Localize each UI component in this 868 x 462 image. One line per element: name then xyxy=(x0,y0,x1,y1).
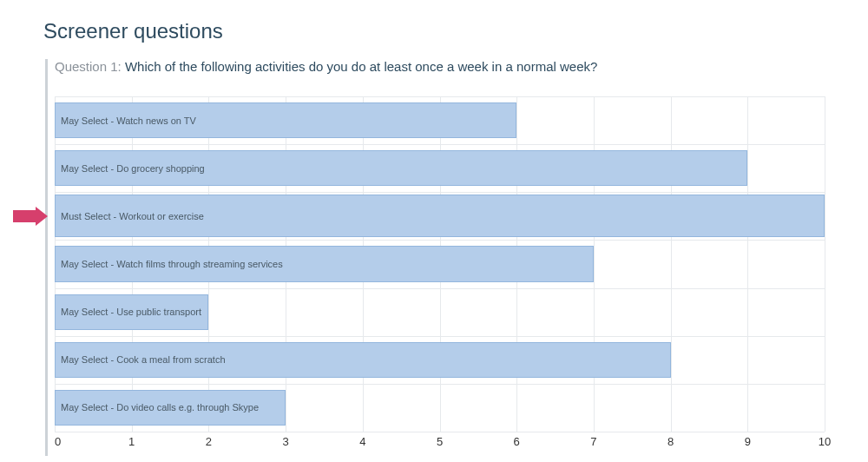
page-title: Screener questions xyxy=(43,19,825,43)
bar-row: May Select - Do video calls e.g. through… xyxy=(55,384,825,432)
x-tick: 5 xyxy=(437,435,443,448)
bar-label: May Select - Watch news on TV xyxy=(56,116,196,126)
x-tick: 3 xyxy=(282,435,288,448)
bar: Must Select - Workout or exercise xyxy=(55,195,825,237)
bar-row: Must Select - Workout or exercise xyxy=(55,192,825,240)
bar-row: May Select - Cook a meal from scratch xyxy=(55,336,825,384)
x-axis: 012345678910 xyxy=(55,432,825,456)
bar-row: May Select - Use public transport xyxy=(55,288,825,336)
bar-row: May Select - Watch news on TV xyxy=(55,96,825,144)
x-tick: 0 xyxy=(55,435,61,448)
bar-label: May Select - Watch films through streami… xyxy=(56,259,283,269)
x-tick: 7 xyxy=(590,435,596,448)
x-tick: 8 xyxy=(667,435,674,448)
question-block: Question 1: Which of the following activ… xyxy=(45,59,825,456)
question-line: Question 1: Which of the following activ… xyxy=(55,59,825,74)
x-tick: 2 xyxy=(206,435,212,448)
chart: May Select - Watch news on TVMay Select … xyxy=(55,96,825,456)
bar-row: May Select - Watch films through streami… xyxy=(55,240,825,287)
bar-label: May Select - Use public transport xyxy=(56,307,201,317)
bar: May Select - Cook a meal from scratch xyxy=(55,342,671,378)
bar: May Select - Watch news on TV xyxy=(55,102,516,138)
question-prefix: Question 1: xyxy=(55,59,122,74)
bar-label: Must Select - Workout or exercise xyxy=(56,211,204,221)
x-tick: 4 xyxy=(359,435,365,448)
bar-label: May Select - Do video calls e.g. through… xyxy=(56,402,259,412)
bar: May Select - Do grocery shopping xyxy=(55,150,747,186)
x-tick: 9 xyxy=(745,435,751,448)
x-tick: 10 xyxy=(819,435,831,448)
bar-label: May Select - Cook a meal from scratch xyxy=(56,354,226,365)
bar: May Select - Use public transport xyxy=(55,294,208,330)
x-tick: 6 xyxy=(514,435,520,448)
arrow-right-icon xyxy=(13,207,48,226)
bar-label: May Select - Do grocery shopping xyxy=(56,163,205,174)
bar-row: May Select - Do grocery shopping xyxy=(55,144,825,192)
x-tick: 1 xyxy=(128,435,135,448)
question-text: Which of the following activities do you… xyxy=(125,59,597,74)
gridline-vertical xyxy=(825,96,825,432)
bar: May Select - Do video calls e.g. through… xyxy=(55,390,286,426)
bar: May Select - Watch films through streami… xyxy=(55,246,594,281)
